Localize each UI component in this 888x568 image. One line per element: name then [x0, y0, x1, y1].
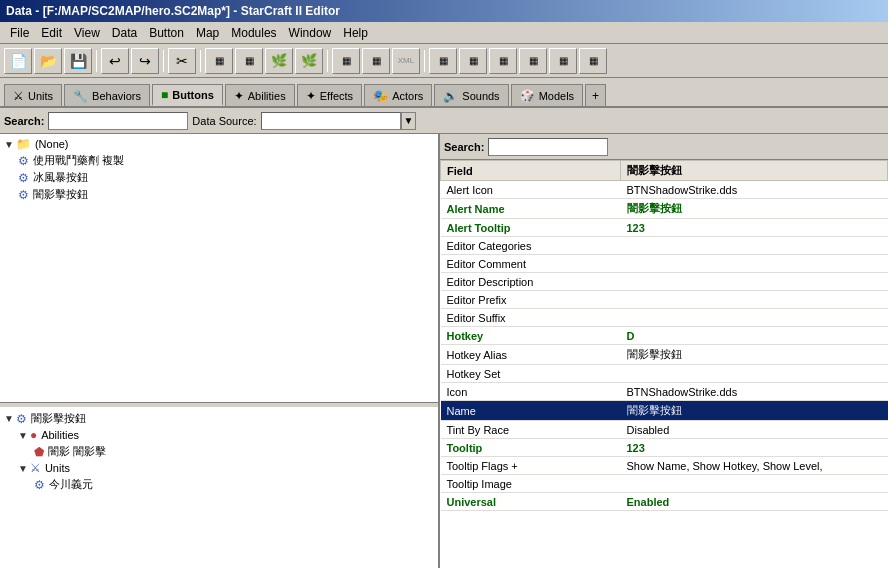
search-label: Search:	[4, 115, 44, 127]
tab-behaviors-label: Behaviors	[92, 90, 141, 102]
toolbar-undo[interactable]: ↩	[101, 48, 129, 74]
expand-root[interactable]: ▼	[4, 413, 14, 424]
tab-effects[interactable]: ✦ Effects	[297, 84, 362, 106]
unit-icon-2: ⚙	[18, 171, 29, 185]
table-row[interactable]: Tint By RaceDisabled	[441, 421, 888, 439]
toolbar-btn1[interactable]: ▦	[205, 48, 233, 74]
toolbar-btn12[interactable]: ▦	[549, 48, 577, 74]
ability-icon-1: ⬟	[34, 445, 44, 459]
bottom-tree-abilities[interactable]: ▼ ● Abilities	[2, 427, 436, 443]
tree-item-1[interactable]: ⚙ 使用戰鬥藥劑 複製	[2, 152, 436, 169]
toolbar-save[interactable]: 💾	[64, 48, 92, 74]
tab-add-button[interactable]: +	[585, 84, 606, 106]
tab-actors[interactable]: 🎭 Actors	[364, 84, 432, 106]
table-row[interactable]: UniversalEnabled	[441, 493, 888, 511]
table-row[interactable]: Hotkey Set	[441, 365, 888, 383]
effects-icon: ✦	[306, 89, 316, 103]
table-row[interactable]: Editor Prefix	[441, 291, 888, 309]
tab-units[interactable]: ⚔ Units	[4, 84, 62, 106]
menu-help[interactable]: Help	[337, 24, 374, 42]
table-row[interactable]: Hotkey Alias闇影擊按鈕	[441, 345, 888, 365]
datasource-input[interactable]: F:/MAP/SC2MAP/hero.SC	[261, 112, 401, 130]
toolbar-btn3[interactable]: 🌿	[265, 48, 293, 74]
table-row[interactable]: Tooltip Flags +Show Name, Show Hotkey, S…	[441, 457, 888, 475]
table-row[interactable]: Editor Description	[441, 273, 888, 291]
menu-window[interactable]: Window	[283, 24, 338, 42]
data-table[interactable]: Field 闇影擊按鈕 Alert IconBTNShadowStrike.dd…	[440, 160, 888, 568]
table-row[interactable]: Tooltip123	[441, 439, 888, 457]
value-cell: Show Name, Show Hotkey, Show Level,	[621, 457, 888, 475]
search-input[interactable]	[48, 112, 188, 130]
models-icon: 🎲	[520, 89, 535, 103]
field-cell: Name	[441, 401, 621, 421]
toolbar-btn13[interactable]: ▦	[579, 48, 607, 74]
toolbar-btn4[interactable]: 🌿	[295, 48, 323, 74]
table-row[interactable]: Editor Comment	[441, 255, 888, 273]
expand-units[interactable]: ▼	[18, 463, 28, 474]
value-cell: 123	[621, 219, 888, 237]
toolbar-btn8[interactable]: ▦	[429, 48, 457, 74]
toolbar-btn11[interactable]: ▦	[519, 48, 547, 74]
field-cell: Editor Comment	[441, 255, 621, 273]
right-search-label: Search:	[444, 141, 484, 153]
table-row[interactable]: Tooltip Image	[441, 475, 888, 493]
menu-modules[interactable]: Modules	[225, 24, 282, 42]
bottom-tree-ab1[interactable]: ⬟ 闇影 闇影擊	[2, 443, 436, 460]
value-cell: BTNShadowStrike.dds	[621, 383, 888, 401]
field-cell: Tooltip	[441, 439, 621, 457]
tab-buttons[interactable]: ■ Buttons	[152, 84, 223, 106]
toolbar-open[interactable]: 📂	[34, 48, 62, 74]
table-row[interactable]: HotkeyD	[441, 327, 888, 345]
tree-item-3[interactable]: ⚙ 闇影擊按鈕	[2, 186, 436, 203]
toolbar-new[interactable]: 📄	[4, 48, 32, 74]
field-cell: Editor Prefix	[441, 291, 621, 309]
toolbar-btn9[interactable]: ▦	[459, 48, 487, 74]
bottom-tree-root[interactable]: ▼ ⚙ 闇影擊按鈕	[2, 410, 436, 427]
tab-models[interactable]: 🎲 Models	[511, 84, 583, 106]
tab-buttons-label: Buttons	[172, 89, 214, 101]
bottom-units-label: Units	[45, 462, 70, 474]
menu-view[interactable]: View	[68, 24, 106, 42]
right-search-input[interactable]	[488, 138, 608, 156]
toolbar-redo[interactable]: ↪	[131, 48, 159, 74]
datasource-dropdown[interactable]: ▼	[401, 112, 417, 130]
field-cell: Tooltip Image	[441, 475, 621, 493]
menu-file[interactable]: File	[4, 24, 35, 42]
table-row[interactable]: Alert Name闇影擊按鈕	[441, 199, 888, 219]
tree-item-1-label: 使用戰鬥藥劑 複製	[33, 153, 124, 168]
table-row[interactable]: IconBTNShadowStrike.dds	[441, 383, 888, 401]
tab-abilities[interactable]: ✦ Abilities	[225, 84, 295, 106]
expand-abilities[interactable]: ▼	[18, 430, 28, 441]
value-cell	[621, 309, 888, 327]
menu-edit[interactable]: Edit	[35, 24, 68, 42]
unit-icon-root: ⚙	[16, 412, 27, 426]
toolbar-btn7[interactable]: XML	[392, 48, 420, 74]
menu-map[interactable]: Map	[190, 24, 225, 42]
toolbar-cut[interactable]: ✂	[168, 48, 196, 74]
table-row[interactable]: Editor Suffix	[441, 309, 888, 327]
separator-4	[327, 50, 328, 72]
actors-icon: 🎭	[373, 89, 388, 103]
toolbar-btn5[interactable]: ▦	[332, 48, 360, 74]
expand-none[interactable]: ▼	[4, 139, 14, 150]
bottom-tree-root-label: 闇影擊按鈕	[31, 411, 86, 426]
bottom-tree-units[interactable]: ▼ ⚔ Units	[2, 460, 436, 476]
folder-icon: 📁	[16, 137, 31, 151]
table-row[interactable]: Alert IconBTNShadowStrike.dds	[441, 181, 888, 199]
toolbar-btn6[interactable]: ▦	[362, 48, 390, 74]
tab-sounds[interactable]: 🔊 Sounds	[434, 84, 508, 106]
table-row[interactable]: Name闇影擊按鈕	[441, 401, 888, 421]
table-row[interactable]: Alert Tooltip123	[441, 219, 888, 237]
tab-behaviors[interactable]: 🔧 Behaviors	[64, 84, 150, 106]
bottom-tree[interactable]: ▼ ⚙ 闇影擊按鈕 ▼ ● Abilities ⬟ 闇影 闇影擊 ▼ ⚔ Uni…	[0, 408, 438, 568]
tree-item-2[interactable]: ⚙ 冰風暴按鈕	[2, 169, 436, 186]
bottom-tree-unit1[interactable]: ⚙ 今川義元	[2, 476, 436, 493]
table-row[interactable]: Editor Categories	[441, 237, 888, 255]
tree-area[interactable]: ▼ 📁 (None) ⚙ 使用戰鬥藥劑 複製 ⚙ 冰風暴按鈕 ⚙ 闇影擊按鈕	[0, 134, 438, 402]
toolbar-btn2[interactable]: ▦	[235, 48, 263, 74]
menu-button[interactable]: Button	[143, 24, 190, 42]
toolbar-btn10[interactable]: ▦	[489, 48, 517, 74]
col-header-field: Field	[441, 161, 621, 181]
menu-data[interactable]: Data	[106, 24, 143, 42]
tree-item-none[interactable]: ▼ 📁 (None)	[2, 136, 436, 152]
